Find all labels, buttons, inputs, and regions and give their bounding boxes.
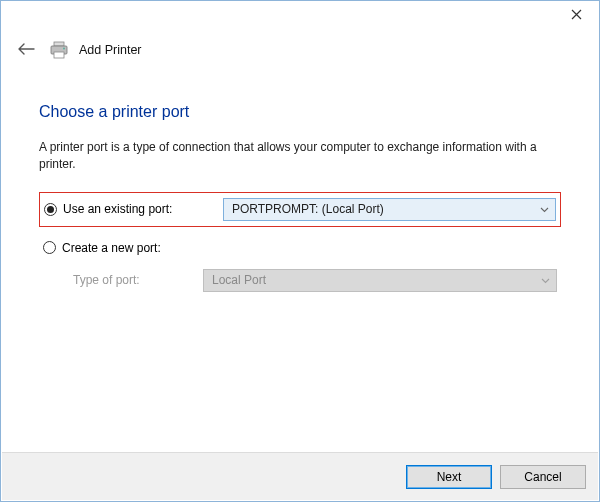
chevron-down-icon [541,275,550,286]
description-text: A printer port is a type of connection t… [39,139,561,174]
port-type-dropdown: Local Port [203,269,557,292]
port-type-value: Local Port [212,273,266,287]
radio-existing-port[interactable] [44,203,57,216]
option-existing-port[interactable]: Use an existing port: PORTPROMPT: (Local… [39,192,561,227]
radio-existing-label: Use an existing port: [63,202,223,216]
page-heading: Choose a printer port [39,103,561,121]
port-type-row: Type of port: Local Port [39,261,561,298]
svg-rect-2 [54,52,64,58]
next-button[interactable]: Next [406,465,492,489]
button-bar: Next Cancel [2,452,598,500]
content-area: Choose a printer port A printer port is … [1,71,599,298]
back-arrow-icon[interactable] [13,39,39,61]
header: Add Printer [1,31,599,71]
cancel-button[interactable]: Cancel [500,465,586,489]
svg-rect-0 [54,42,64,46]
window-title: Add Printer [79,43,142,57]
svg-point-3 [63,48,65,50]
existing-port-dropdown[interactable]: PORTPROMPT: (Local Port) [223,198,556,221]
radio-create-label: Create a new port: [62,241,222,255]
printer-icon [49,41,69,59]
titlebar [1,1,599,31]
close-icon [571,7,582,23]
close-button[interactable] [554,1,599,29]
radio-create-port[interactable] [43,241,56,254]
port-type-label: Type of port: [43,273,203,287]
option-create-port[interactable]: Create a new port: [39,235,561,261]
existing-port-value: PORTPROMPT: (Local Port) [232,202,384,216]
chevron-down-icon [540,204,549,215]
